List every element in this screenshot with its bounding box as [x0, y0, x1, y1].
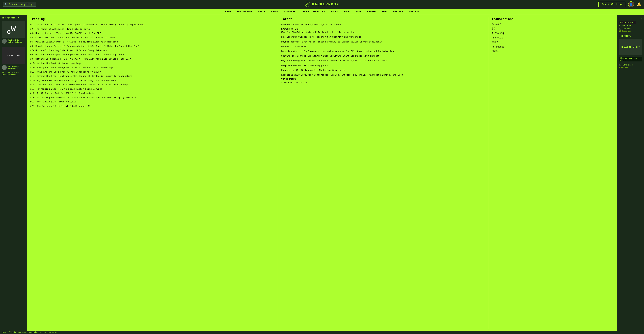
- translations-header: Translations: [492, 18, 614, 21]
- topbar: 🔍 ⏱ HACKERNOON Start Writing 👤 🔔: [0, 0, 644, 9]
- trending-item-19[interactable]: #19- The Ripple (XRP) SWOT Analysis: [30, 100, 274, 104]
- translation-item-6[interactable]: 日本語: [492, 50, 614, 53]
- search-icon: 🔍: [4, 3, 7, 6]
- avatar[interactable]: 👤: [628, 1, 634, 8]
- trending-item-11[interactable]: #11- Goodbye Product Management - Hello …: [30, 66, 274, 69]
- latest-header: Latest: [281, 18, 485, 21]
- trending-item-3[interactable]: #3- How to Optimize Your LinkedIn Profil…: [30, 32, 274, 35]
- latest-item-5[interactable]: DevOps in a Nutshell: [281, 45, 485, 48]
- translation-item-4[interactable]: 中国人: [492, 41, 614, 44]
- translations-column: Translations EspañolहिंदीTiếng ViệtFranç…: [488, 18, 614, 329]
- nav-item-learn[interactable]: LEARN: [271, 11, 278, 13]
- logo-text: HACKERNOON: [312, 2, 339, 7]
- latest-item-13[interactable]: A NOTE OF INVITATION: [281, 81, 485, 84]
- trending-item-5[interactable]: #5- DeFi on Bitcoin Part 1: A Guide To B…: [30, 40, 274, 44]
- trending-item-20[interactable]: #20- The Future of Artificial Intelligen…: [30, 105, 274, 108]
- nav-item-jobs[interactable]: JOBS: [356, 11, 361, 13]
- latest-item-3[interactable]: How Ethereum Clients Work Together for S…: [281, 36, 485, 39]
- start-writing-button[interactable]: Start Writing: [598, 2, 626, 7]
- latest-item-6[interactable]: Boosting Website Performance: Leveraging…: [281, 50, 485, 53]
- second-nav: READTOP STORIESWRITELEARNSTARTUPSTECH CO…: [0, 9, 644, 15]
- sidebar-story-1-title[interactable]: The Apecoin (AP: [2, 17, 25, 20]
- author-name-1[interactable]: Andrey Didovsk: [8, 41, 22, 43]
- sidebar-story-1-img: W O: [2, 21, 25, 38]
- trending-item-16[interactable]: #16- Rethinking Web3: How to Build Faste…: [30, 87, 274, 91]
- latest-item-4[interactable]: PayPal Becomes First Major Fintech Compa…: [281, 41, 485, 44]
- author-handle-2[interactable]: @djcampbell: [8, 66, 19, 68]
- latest-item-10[interactable]: Harnessing AI: 28 Innovative Marketing S…: [281, 69, 485, 72]
- topbar-right: Start Writing 👤 🔔: [598, 1, 641, 8]
- trending-item-14[interactable]: #14- Why the Lean Startup Model Might Be…: [30, 79, 274, 82]
- sidebar-story-2-img: b/w portrait: [2, 47, 25, 64]
- sidebar-story-2-excerpt[interactable]: It's Not the Ma Sociopolitical-: [2, 71, 25, 76]
- author-avatar-2: [2, 65, 7, 70]
- nav-item-tech-co-directory[interactable]: TECH CO DIRECTORY: [301, 11, 325, 13]
- author-row-1: @andreydido Andrey Didovsk: [2, 39, 25, 44]
- nav-item-help[interactable]: HELP: [344, 11, 350, 13]
- top-story-img[interactable]: N ABOUT STORY: [619, 39, 642, 55]
- translations-list: EspañolहिंदीTiếng ViệtFrançais中国人Portugu…: [492, 23, 614, 53]
- latest-column: Latest Boldness takes in the dynamic sys…: [278, 18, 488, 329]
- top-story-label: Top Story: [619, 35, 642, 37]
- author-row-2: @djcampbell DJCampbell: [2, 65, 25, 70]
- latest-item-8[interactable]: Why Onboarding Traditional Investment Ve…: [281, 59, 485, 62]
- logo-icon: ⏱: [305, 2, 310, 7]
- latest-item-1[interactable]: RUNNING WATERS: [281, 28, 485, 30]
- author-avatar-1: [2, 39, 7, 44]
- latest-item-0[interactable]: Boldness takes in the dynamic system of …: [281, 23, 485, 26]
- translation-item-0[interactable]: Español: [492, 23, 614, 26]
- trending-item-18[interactable]: #18- Automating the Automation: Can AI F…: [30, 96, 274, 99]
- status-url: https://hackernoon.com/tagged/hackernoon…: [2, 331, 57, 332]
- avatar-img: 👤: [629, 3, 633, 6]
- trending-item-4[interactable]: #4- Common Mistakes in Engineer-Authored…: [30, 36, 274, 40]
- trending-item-10[interactable]: #10- Making the Most of 1-on-1 Meetings: [30, 62, 274, 65]
- nav-item-startups[interactable]: STARTUPS: [284, 11, 295, 13]
- translation-item-5[interactable]: Português: [492, 46, 614, 48]
- nav-item-web25[interactable]: WEB 2.5: [409, 11, 419, 13]
- nav-item-about[interactable]: ABOUT: [331, 11, 338, 13]
- sidebar-story-1: The Apecoin (AP W O @andreydido Andrey D…: [2, 17, 25, 44]
- logo-area: ⏱ HACKERNOON: [305, 2, 339, 7]
- author-name-2[interactable]: DJCampbell: [8, 68, 19, 69]
- left-sidebar: The Apecoin (AP W O @andreydido Andrey D…: [0, 15, 27, 332]
- nav-item-shop[interactable]: SHOP: [382, 11, 387, 13]
- nav-item-read[interactable]: READ: [225, 11, 231, 13]
- content-area: Trending #1- The Role of Artificial Inte…: [27, 15, 617, 332]
- main-layout: The Apecoin (AP W O @andreydido Andrey D…: [0, 15, 644, 332]
- trending-column: Trending #1- The Role of Artificial Inte…: [30, 18, 278, 329]
- trending-item-13[interactable]: #13- Beyond the Hype: Real-World Challen…: [30, 75, 274, 78]
- trending-item-9[interactable]: #9- Setting Up a MinIO FTP/SFTP Server —…: [30, 57, 274, 61]
- nav-item-partner[interactable]: PARTNER: [393, 11, 403, 13]
- translation-item-1[interactable]: हिंदी: [492, 28, 614, 30]
- trending-item-1[interactable]: #1- The Role of Artificial Intelligence …: [30, 23, 274, 27]
- bell-icon[interactable]: 🔔: [637, 2, 641, 7]
- latest-item-12[interactable]: THE CRUSADES: [281, 78, 485, 81]
- trending-item-12[interactable]: #12- What are the Best Free AI Art Gener…: [30, 70, 274, 74]
- sidebar-story-2: b/w portrait @djcampbell DJCampbell It's…: [2, 47, 25, 76]
- future-of-ai-tag[interactable]: #future-of-ai: [619, 21, 636, 24]
- top-story-tag[interactable]: #hackernoon-top-story: [619, 57, 642, 61]
- latest-item-7[interactable]: Solving the ConnectTimeoutError When Ver…: [281, 55, 485, 58]
- nav-item-top-stories[interactable]: TOP STORIES: [237, 11, 252, 13]
- author-handle-1[interactable]: @andreydido: [8, 40, 22, 41]
- nav-item-write[interactable]: WRITE: [258, 11, 265, 13]
- right-sidebar: ✏️ #future-of-ai o, our model) 🎧 10m rea…: [617, 15, 644, 332]
- trending-item-6[interactable]: #6- Revolutionary Potential Superconduct…: [30, 45, 274, 48]
- trending-item-17[interactable]: #17- Is AI Content Bad for SEO? It's Com…: [30, 92, 274, 95]
- trending-header: Trending: [30, 18, 274, 21]
- pencil-edit-icon[interactable]: ✏️: [619, 17, 642, 19]
- search-input[interactable]: [8, 3, 34, 6]
- trending-item-8[interactable]: #8- Multi-Cloud DevOps: Strategies for S…: [30, 53, 274, 57]
- latest-item-11[interactable]: Essential 2023 Developer Conferences: Ox…: [281, 74, 485, 77]
- time-ago-2: a day ago: [619, 66, 642, 68]
- trending-item-7[interactable]: #7- Unity AI: Creating Intelligent NPCs …: [30, 49, 274, 52]
- trending-item-2[interactable]: #2- The Power of Achieving Flow State in…: [30, 28, 274, 31]
- latest-item-9[interactable]: Deepfake Voices: AI's New Playground: [281, 64, 485, 67]
- trending-item-15[interactable]: #15- Launched a Project Twice with Two H…: [30, 83, 274, 86]
- top-story-img-text: N ABOUT STORY: [621, 46, 640, 48]
- latest-item-2[interactable]: Why You Should Maintain a Relationship P…: [281, 31, 485, 34]
- nav-item-crypto[interactable]: CRYPTO: [367, 11, 376, 13]
- translation-item-3[interactable]: Français: [492, 37, 614, 39]
- search-bar[interactable]: 🔍: [3, 2, 36, 7]
- translation-item-2[interactable]: Tiếng Việt: [492, 32, 614, 35]
